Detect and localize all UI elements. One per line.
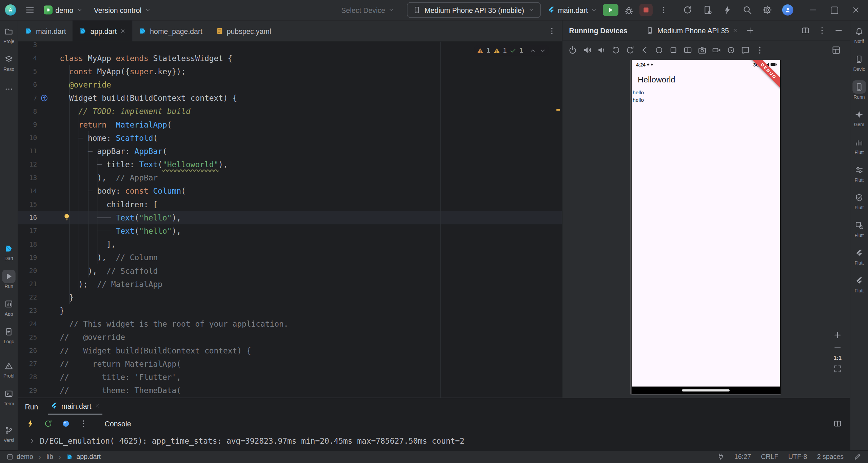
lightning-icon[interactable] xyxy=(723,5,732,15)
devtools-icon[interactable] xyxy=(61,419,70,428)
tool-stripe-flutter-outline[interactable]: Flutt xyxy=(850,242,868,270)
line-number[interactable]: 3 xyxy=(18,41,37,51)
code-editor[interactable]: 34class MyApp extends StatelessWidget {5… xyxy=(18,41,562,398)
gutter[interactable] xyxy=(37,105,60,118)
gesture-pill[interactable] xyxy=(682,389,729,392)
device-manager-icon[interactable] xyxy=(703,5,712,15)
overview-button-icon[interactable] xyxy=(669,45,678,55)
line-number[interactable]: 11 xyxy=(18,144,37,158)
tool-stripe-app-inspection[interactable]: App xyxy=(0,293,18,321)
volume-down-button-icon[interactable] xyxy=(597,45,606,55)
code-line[interactable]: 4class MyApp extends StatelessWidget { xyxy=(18,52,554,65)
gradle-sync-icon[interactable] xyxy=(683,5,692,15)
zoom-out-button[interactable] xyxy=(833,343,842,352)
code-line[interactable]: 13 ), // AppBar xyxy=(18,171,554,184)
home-button-icon[interactable] xyxy=(654,45,664,55)
code-line[interactable]: 19 ), // Column xyxy=(18,251,554,264)
editor-tab-main.dart[interactable]: main.dart xyxy=(18,20,73,41)
code-area[interactable]: 34class MyApp extends StatelessWidget {5… xyxy=(18,41,554,397)
line-number[interactable]: 8 xyxy=(18,105,37,118)
gutter[interactable] xyxy=(37,185,60,198)
code-line[interactable]: 15 children: [ xyxy=(18,198,554,211)
line-number[interactable]: 6 xyxy=(18,78,37,91)
line-number[interactable]: 18 xyxy=(18,237,37,251)
line-number[interactable]: 7 xyxy=(18,91,37,104)
code-line[interactable]: 7 Widget build(BuildContext context) { xyxy=(18,91,554,104)
gutter[interactable] xyxy=(37,384,60,397)
line-separator[interactable]: CRLF xyxy=(761,453,778,461)
ui-shortcuts-icon[interactable] xyxy=(831,45,841,55)
project-selector[interactable]: demo xyxy=(44,5,83,14)
power-button-icon[interactable] xyxy=(568,45,577,55)
select-device-dropdown[interactable]: Select Device xyxy=(341,6,395,14)
scrollbar-warning-mark[interactable] xyxy=(556,109,560,111)
code-line[interactable]: 24 // This widget is the root of your ap… xyxy=(18,317,554,331)
code-line[interactable]: 16 ─── Text("hello"), xyxy=(18,211,554,224)
device-tab[interactable]: Medium Phone API 35 xyxy=(646,26,738,35)
minimize-button[interactable] xyxy=(809,5,817,14)
gutter[interactable] xyxy=(37,277,60,291)
gutter[interactable] xyxy=(37,317,60,331)
tool-stripe-resource-manager[interactable]: Reso xyxy=(0,48,18,76)
back-button-icon[interactable] xyxy=(640,45,649,55)
console-options-icon[interactable] xyxy=(79,419,88,428)
gutter[interactable] xyxy=(37,78,60,91)
tool-stripe-dart-analysis[interactable]: Dart xyxy=(0,237,18,265)
breadcrumb-project[interactable]: demo xyxy=(17,453,33,461)
gutter[interactable] xyxy=(37,171,60,184)
layout-icon[interactable] xyxy=(833,419,842,428)
cursor-position[interactable]: 16:27 xyxy=(734,453,751,461)
gutter[interactable] xyxy=(37,198,60,211)
gutter[interactable] xyxy=(37,344,60,357)
settings-icon[interactable] xyxy=(762,5,772,15)
gutter[interactable] xyxy=(37,224,60,237)
tool-stripe-more-tool-windows[interactable] xyxy=(0,76,18,104)
code-line[interactable]: 21 ); // MaterialApp xyxy=(18,277,554,291)
tool-stripe-run[interactable]: Run xyxy=(0,265,18,293)
debug-button[interactable] xyxy=(624,5,634,15)
line-number[interactable]: 26 xyxy=(18,344,37,357)
tool-stripe-notifications[interactable]: Notif xyxy=(850,20,868,48)
tool-stripe-terminal[interactable]: Term xyxy=(0,383,18,410)
code-line[interactable]: 25// @override xyxy=(18,331,554,344)
gutter[interactable] xyxy=(37,52,60,65)
hot-restart-icon[interactable] xyxy=(44,419,53,428)
split-panel-icon[interactable] xyxy=(801,26,810,35)
plug-icon[interactable] xyxy=(717,453,725,461)
gutter[interactable] xyxy=(37,158,60,171)
line-number[interactable]: 25 xyxy=(18,331,37,344)
gutter[interactable] xyxy=(37,144,60,158)
code-line[interactable]: 11 ─ appBar: AppBar( xyxy=(18,144,554,158)
tool-stripe-flutter-property-editor[interactable]: Flutt xyxy=(850,159,868,187)
tool-stripe-flutter-coverage[interactable]: Flutt xyxy=(850,187,868,214)
editor-tab-app.dart[interactable]: app.dart xyxy=(73,20,132,41)
gutter[interactable] xyxy=(37,251,60,264)
intention-bulb-icon[interactable] xyxy=(62,213,71,221)
close-icon[interactable] xyxy=(732,28,738,33)
gutter[interactable] xyxy=(37,237,60,251)
line-number[interactable]: 24 xyxy=(18,317,37,331)
code-line[interactable]: 20 ), // Scaffold xyxy=(18,264,554,277)
gutter[interactable] xyxy=(37,264,60,277)
tool-stripe-problems[interactable]: Probl xyxy=(0,355,18,383)
run-tab-main-dart[interactable]: main.dart xyxy=(48,398,102,415)
code-line[interactable]: 5 const MyApp({super.key}); xyxy=(18,65,554,78)
add-device-button[interactable] xyxy=(746,26,754,35)
close-icon[interactable] xyxy=(120,28,125,34)
console-tab[interactable]: Console xyxy=(105,420,131,428)
search-icon[interactable] xyxy=(742,5,752,15)
gutter[interactable] xyxy=(37,41,60,51)
maximize-button[interactable] xyxy=(831,6,838,14)
code-line[interactable]: 14 ─ body: const Column( xyxy=(18,185,554,198)
override-method-icon[interactable] xyxy=(40,94,48,102)
zoom-fit-button[interactable] xyxy=(833,364,842,373)
previous-problem-icon[interactable] xyxy=(529,47,536,54)
breadcrumb-folder[interactable]: lib xyxy=(46,453,53,461)
tab-options-icon[interactable] xyxy=(548,26,556,35)
code-line[interactable]: 26// Widget build(BuildContext context) … xyxy=(18,344,554,357)
line-number[interactable]: 21 xyxy=(18,277,37,291)
tool-stripe-flutter-sidebar[interactable]: Flutt xyxy=(850,270,868,297)
code-line[interactable]: 17 ─── Text("hello"), xyxy=(18,224,554,237)
gutter[interactable] xyxy=(37,370,60,384)
inspections-widget[interactable]: 1 1 1 xyxy=(474,45,549,55)
